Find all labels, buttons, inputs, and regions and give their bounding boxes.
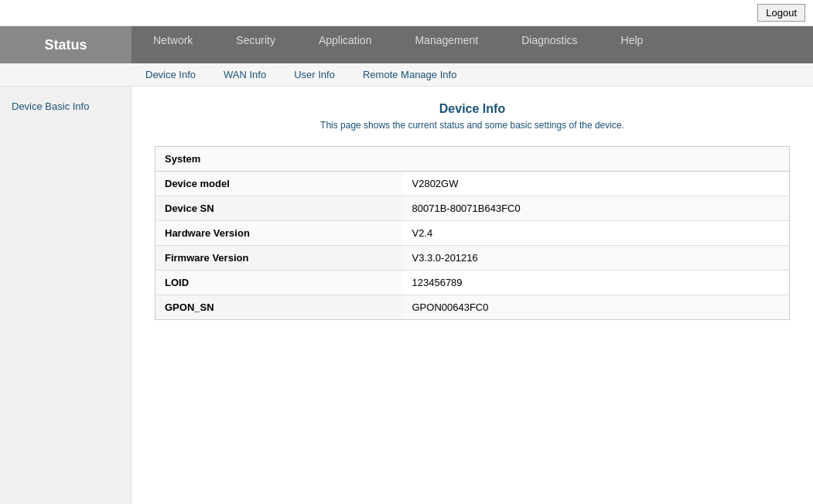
- main-nav: Network Security Application Management …: [132, 26, 813, 63]
- table-row: Firmware Version V3.3.0-201216: [155, 246, 790, 271]
- row-label: LOID: [155, 271, 403, 295]
- content-area: Device Info This page shows the current …: [132, 87, 813, 504]
- nav-item-network[interactable]: Network: [132, 26, 214, 63]
- row-label: Device SN: [155, 196, 403, 221]
- row-value: 80071B-80071B643FC0: [403, 196, 790, 221]
- nav-item-management[interactable]: Management: [393, 26, 500, 63]
- row-value: V2.4: [403, 221, 790, 246]
- table-row: LOID 123456789: [155, 271, 790, 295]
- page-title: Device Info: [155, 102, 790, 116]
- logout-button[interactable]: Logout: [757, 4, 805, 22]
- sidebar-item-device-basic-info[interactable]: Device Basic Info: [0, 94, 131, 118]
- nav-item-diagnostics[interactable]: Diagnostics: [500, 26, 599, 63]
- main-layout: Device Basic Info Device Info This page …: [0, 87, 813, 504]
- sidebar: Device Basic Info: [0, 87, 132, 504]
- row-label: Hardware Version: [155, 221, 403, 246]
- sub-nav-remote-manage-info[interactable]: Remote Manage Info: [349, 63, 470, 86]
- table-section-header: System: [155, 147, 790, 172]
- nav-item-help[interactable]: Help: [600, 26, 665, 63]
- page-subtitle: This page shows the current status and s…: [155, 120, 790, 131]
- row-value: GPON00643FC0: [403, 295, 790, 320]
- row-label: Device model: [155, 172, 403, 196]
- status-label: Status: [0, 26, 132, 63]
- row-value: V3.3.0-201216: [403, 246, 790, 271]
- device-info-table: System Device model V2802GW Device SN 80…: [155, 146, 790, 320]
- table-row: Device model V2802GW: [155, 172, 790, 196]
- row-label: Firmware Version: [155, 246, 403, 271]
- sub-nav-user-info[interactable]: User Info: [280, 63, 349, 86]
- table-row: Hardware Version V2.4: [155, 221, 790, 246]
- row-label: GPON_SN: [155, 295, 403, 320]
- sub-nav-device-info[interactable]: Device Info: [132, 63, 210, 86]
- nav-bar: Status Network Security Application Mana…: [0, 26, 813, 63]
- table-row: GPON_SN GPON00643FC0: [155, 295, 790, 320]
- row-value: V2802GW: [403, 172, 790, 196]
- nav-item-security[interactable]: Security: [214, 26, 297, 63]
- row-value: 123456789: [403, 271, 790, 295]
- table-row: Device SN 80071B-80071B643FC0: [155, 196, 790, 221]
- sub-nav-wan-info[interactable]: WAN Info: [210, 63, 280, 86]
- nav-item-application[interactable]: Application: [297, 26, 394, 63]
- top-bar: Logout: [0, 0, 813, 26]
- sub-nav: Device Info WAN Info User Info Remote Ma…: [0, 63, 813, 87]
